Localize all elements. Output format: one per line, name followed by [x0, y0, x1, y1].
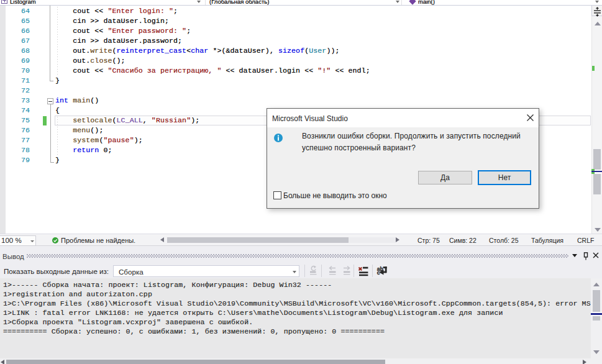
svg-text:c: c — [377, 270, 380, 276]
